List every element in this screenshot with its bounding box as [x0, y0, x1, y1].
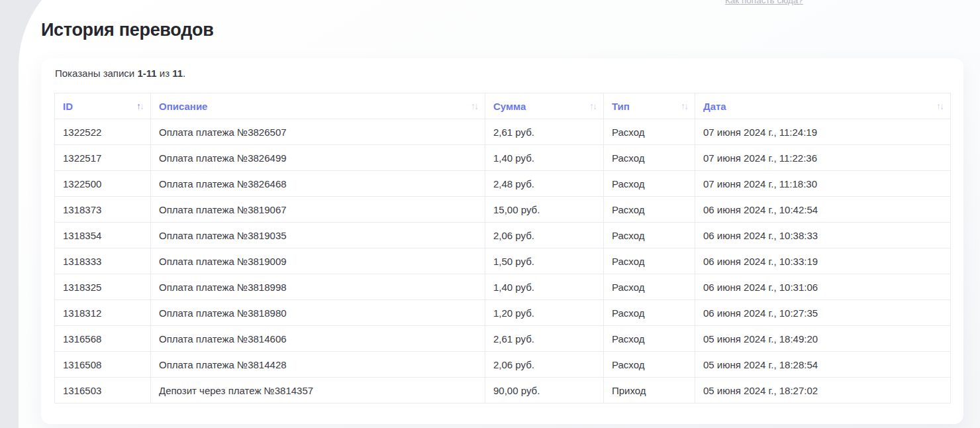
cell-amount: 2,61 руб. — [485, 326, 604, 352]
cell-description: Оплата платежа №3819009 — [151, 248, 485, 274]
cell-date: 07 июня 2024 г., 11:24:19 — [695, 119, 951, 145]
cell-description: Оплата платежа №3818980 — [151, 300, 485, 326]
cell-amount: 2,06 руб. — [485, 223, 604, 248]
cell-id: 1318373 — [55, 197, 151, 223]
table-row: 1322500Оплата платежа №38264682,48 руб.Р… — [55, 171, 951, 197]
cell-description: Оплата платежа №3814606 — [151, 326, 485, 352]
table-row: 1318354Оплата платежа №38190352,06 руб.Р… — [55, 223, 951, 248]
cell-description: Оплата платежа №3819067 — [151, 197, 485, 223]
sort-up-down-icon[interactable]: ↑↓ — [936, 101, 944, 111]
cell-date: 06 июня 2024 г., 10:42:54 — [695, 197, 951, 223]
column-header-label: ID — [63, 101, 73, 112]
cell-description: Оплата платежа №3819035 — [151, 223, 485, 248]
how-to-get-here-link[interactable]: Как попасть сюда? — [725, 0, 803, 5]
cell-id: 1316508 — [55, 352, 151, 378]
cell-type: Расход — [604, 248, 695, 274]
sort-up-down-icon[interactable]: ↑↓ — [471, 101, 479, 111]
transfer-history-card: Показаны записи 1-11 из 11. ID↑↓Описание… — [41, 58, 963, 424]
cell-type: Расход — [604, 274, 695, 300]
cell-id: 1318354 — [55, 223, 151, 248]
records-summary-period: . — [183, 68, 185, 79]
column-header-amount[interactable]: Сумма↑↓ — [485, 93, 604, 119]
cell-description: Депозит через платеж №3814357 — [151, 378, 485, 403]
records-range: 1-11 — [137, 68, 156, 79]
cell-date: 05 июня 2024 г., 18:49:20 — [695, 326, 951, 352]
table-row: 1316508Оплата платежа №38144282,06 руб.Р… — [55, 352, 951, 378]
cell-description: Оплата платежа №3818998 — [151, 274, 485, 300]
cell-date: 06 июня 2024 г., 10:33:19 — [695, 248, 951, 274]
cell-type: Расход — [604, 171, 695, 197]
cell-type: Расход — [604, 119, 695, 145]
records-summary: Показаны записи 1-11 из 11. — [55, 68, 185, 79]
cell-type: Расход — [604, 145, 695, 171]
sort-up-down-icon[interactable]: ↑↓ — [589, 101, 597, 111]
column-header-label: Дата — [703, 101, 726, 112]
table-row: 1322522Оплата платежа №38265072,61 руб.Р… — [55, 119, 951, 145]
transfers-table: ID↑↓Описание↑↓Сумма↑↓Тип↑↓Дата↑↓ 1322522… — [54, 93, 951, 403]
cell-description: Оплата платежа №3826507 — [151, 119, 485, 145]
cell-date: 06 июня 2024 г., 10:27:35 — [695, 300, 951, 326]
cell-amount: 2,48 руб. — [485, 171, 604, 197]
cell-date: 07 июня 2024 г., 11:22:36 — [695, 145, 951, 171]
page-title: История переводов — [41, 20, 213, 40]
cell-id: 1318325 — [55, 274, 151, 300]
column-header-label: Тип — [612, 101, 630, 112]
cell-amount: 2,61 руб. — [485, 119, 604, 145]
cell-type: Расход — [604, 300, 695, 326]
table-row: 1316568Оплата платежа №38146062,61 руб.Р… — [55, 326, 951, 352]
table-header-row: ID↑↓Описание↑↓Сумма↑↓Тип↑↓Дата↑↓ — [55, 93, 951, 119]
table-row: 1322517Оплата платежа №38264991,40 руб.Р… — [55, 145, 951, 171]
cell-amount: 1,50 руб. — [485, 248, 604, 274]
cell-date: 05 июня 2024 г., 18:27:02 — [695, 378, 951, 403]
column-header-id[interactable]: ID↑↓ — [55, 93, 151, 119]
cell-id: 1318312 — [55, 300, 151, 326]
cell-amount: 15,00 руб. — [485, 197, 604, 223]
table-row: 1316503Депозит через платеж №381435790,0… — [55, 378, 951, 403]
cell-id: 1322522 — [55, 119, 151, 145]
cell-amount: 90,00 руб. — [485, 378, 604, 403]
table-row: 1318373Оплата платежа №381906715,00 руб.… — [55, 197, 951, 223]
cell-amount: 1,20 руб. — [485, 300, 604, 326]
cell-amount: 1,40 руб. — [485, 274, 604, 300]
column-header-type[interactable]: Тип↑↓ — [604, 93, 695, 119]
column-header-label: Сумма — [493, 101, 526, 112]
records-summary-of: из — [157, 68, 173, 79]
cell-amount: 2,06 руб. — [485, 352, 604, 378]
sort-up-down-icon[interactable]: ↑↓ — [681, 101, 689, 111]
cell-type: Расход — [604, 197, 695, 223]
cell-type: Приход — [604, 378, 695, 403]
records-summary-prefix: Показаны записи — [55, 68, 137, 79]
cell-id: 1318333 — [55, 248, 151, 274]
column-header-description[interactable]: Описание↑↓ — [151, 93, 485, 119]
cell-description: Оплата платежа №3826468 — [151, 171, 485, 197]
cell-amount: 1,40 руб. — [485, 145, 604, 171]
column-header-label: Описание — [159, 101, 207, 112]
sort-up-down-icon[interactable]: ↑↓ — [136, 101, 144, 111]
cell-date: 06 июня 2024 г., 10:38:33 — [695, 223, 951, 248]
table-row: 1318325Оплата платежа №38189981,40 руб.Р… — [55, 274, 951, 300]
cell-description: Оплата платежа №3814428 — [151, 352, 485, 378]
table-row: 1318312Оплата платежа №38189801,20 руб.Р… — [55, 300, 951, 326]
cell-date: 05 июня 2024 г., 18:28:54 — [695, 352, 951, 378]
cell-type: Расход — [604, 223, 695, 248]
cell-id: 1316568 — [55, 326, 151, 352]
records-total: 11 — [172, 68, 183, 79]
cell-date: 06 июня 2024 г., 10:31:06 — [695, 274, 951, 300]
cell-id: 1316503 — [55, 378, 151, 403]
table-row: 1318333Оплата платежа №38190091,50 руб.Р… — [55, 248, 951, 274]
cell-description: Оплата платежа №3826499 — [151, 145, 485, 171]
cell-id: 1322517 — [55, 145, 151, 171]
cell-id: 1322500 — [55, 171, 151, 197]
cell-type: Расход — [604, 326, 695, 352]
cell-type: Расход — [604, 352, 695, 378]
cell-date: 07 июня 2024 г., 11:18:30 — [695, 171, 951, 197]
column-header-date[interactable]: Дата↑↓ — [695, 93, 951, 119]
